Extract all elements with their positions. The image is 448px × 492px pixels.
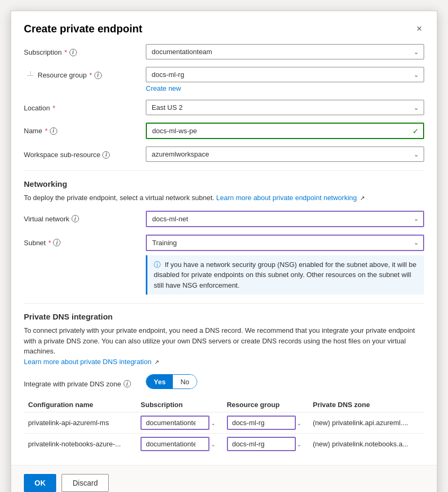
- name-row: Name * i ✓: [24, 123, 424, 139]
- virtual-network-info-icon[interactable]: i: [72, 215, 79, 222]
- integrate-dns-info-icon[interactable]: i: [124, 380, 131, 387]
- resource-group-select-wrapper-2: docs-ml-rg ⌄: [227, 437, 304, 451]
- subnet-select-wrapper: Training ⌄: [146, 235, 424, 251]
- integrate-dns-row: Integrate with private DNS zone i Yes No: [24, 374, 424, 389]
- toggle-container: Yes No: [146, 374, 424, 389]
- table-resource-group-chevron-2: ⌄: [297, 441, 301, 447]
- networking-description: To deploy the private endpoint, select a…: [24, 193, 424, 203]
- networking-heading: Networking: [24, 179, 424, 188]
- toggle-no[interactable]: No: [173, 375, 197, 389]
- subscription-select[interactable]: documentationteam: [146, 44, 424, 59]
- name-input[interactable]: [146, 123, 424, 139]
- location-control: East US 2 ⌄: [146, 100, 424, 115]
- virtual-network-select[interactable]: docs-ml-net: [146, 211, 424, 227]
- nsg-info-icon: ⓘ: [154, 261, 161, 269]
- subnet-select[interactable]: Training: [146, 235, 424, 251]
- integrate-dns-label: Integrate with private DNS zone: [24, 380, 121, 388]
- col-dns-zone: Private DNS zone: [309, 398, 424, 412]
- table-subscription-chevron-2: ⌄: [211, 441, 215, 447]
- subscription-cell-1: documentationteam ⌄: [136, 412, 222, 434]
- resource-group-select-wrapper-1: docs-ml-rg ⌄: [227, 416, 304, 430]
- dialog-body: Subscription * i documentationteam ⌄: [11, 44, 437, 465]
- integrate-dns-label-col: Integrate with private DNS zone i: [24, 376, 146, 388]
- toggle-yes[interactable]: Yes: [146, 375, 173, 389]
- resource-group-cell-1: docs-ml-rg ⌄: [223, 412, 309, 434]
- table-subscription-chevron-1: ⌄: [211, 420, 215, 426]
- close-button[interactable]: ×: [414, 22, 424, 36]
- table-row: privatelink-notebooks-azure-... document…: [24, 434, 424, 455]
- subscription-info-icon[interactable]: i: [69, 49, 77, 56]
- subscription-select-wrapper-1: documentationteam ⌄: [140, 416, 218, 430]
- dns-table-header-row: Configuration name Subscription Resource…: [24, 398, 424, 412]
- yes-no-toggle[interactable]: Yes No: [146, 374, 197, 389]
- dialog-title: Create private endpoint: [24, 23, 142, 35]
- resource-group-select-wrapper: docs-ml-rg ⌄: [146, 67, 424, 82]
- dialog-footer: OK Discard: [11, 465, 437, 492]
- networking-learn-more-link[interactable]: Learn more about private endpoint networ…: [216, 194, 357, 202]
- table-resource-group-select-2[interactable]: docs-ml-rg: [227, 437, 296, 451]
- nsg-notice: ⓘ If you have a network security group (…: [146, 255, 424, 295]
- config-name-2: privatelink-notebooks-azure-...: [24, 434, 136, 455]
- subnet-control: Training ⌄ ⓘ If you have a network secur…: [146, 235, 424, 295]
- dns-zone-cell-1: (new) privatelink.api.azureml....: [309, 412, 424, 434]
- workspace-sub-resource-info-icon[interactable]: i: [102, 151, 110, 159]
- private-dns-heading: Private DNS integration: [24, 312, 424, 321]
- col-subscription: Subscription: [136, 398, 222, 412]
- name-info-icon[interactable]: i: [50, 127, 57, 135]
- subscription-row: Subscription * i documentationteam ⌄: [24, 44, 424, 59]
- create-new-link[interactable]: Create new: [146, 84, 181, 92]
- location-label-col: Location *: [24, 100, 146, 112]
- workspace-sub-resource-label-col: Workspace sub-resource i: [24, 146, 146, 159]
- dns-table-head: Configuration name Subscription Resource…: [24, 398, 424, 412]
- name-input-wrapper: ✓: [146, 123, 424, 139]
- virtual-network-label: Virtual network: [24, 215, 69, 223]
- table-subscription-select-2[interactable]: documentationteam: [140, 437, 209, 451]
- networking-section: Networking To deploy the private endpoin…: [24, 179, 424, 203]
- name-label-col: Name * i: [24, 123, 146, 135]
- resource-group-row: Resource group * i docs-ml-rg ⌄ Create n…: [24, 67, 424, 92]
- workspace-sub-resource-select[interactable]: azuremlworkspace: [146, 146, 424, 162]
- col-config-name: Configuration name: [24, 398, 136, 412]
- subscription-required: *: [65, 48, 67, 56]
- workspace-sub-resource-label: Workspace sub-resource: [24, 151, 100, 159]
- col-resource-group: Resource group: [223, 398, 309, 412]
- dialog-header: Create private endpoint ×: [11, 11, 437, 44]
- create-private-endpoint-dialog: Create private endpoint × Subscription *…: [11, 11, 437, 492]
- location-row: Location * East US 2 ⌄: [24, 100, 424, 115]
- subnet-label: Subnet: [24, 239, 46, 247]
- resource-group-required: *: [90, 71, 92, 79]
- private-dns-section: Private DNS integration To connect priva…: [24, 312, 424, 367]
- dns-divider: [24, 303, 424, 304]
- resource-group-cell-2: docs-ml-rg ⌄: [223, 434, 309, 455]
- location-select-wrapper: East US 2 ⌄: [146, 100, 424, 115]
- table-resource-group-select-1[interactable]: docs-ml-rg: [227, 416, 296, 430]
- name-valid-icon: ✓: [412, 127, 419, 135]
- name-control: ✓: [146, 123, 424, 139]
- config-name-1: privatelink-api-azureml-ms: [24, 412, 136, 434]
- ok-button[interactable]: OK: [24, 474, 56, 492]
- subnet-info-icon[interactable]: i: [53, 239, 60, 246]
- subscription-label: Subscription: [24, 48, 62, 56]
- subnet-required: *: [48, 239, 51, 247]
- resource-group-select[interactable]: docs-ml-rg: [146, 67, 424, 82]
- discard-button[interactable]: Discard: [62, 474, 109, 492]
- dns-zone-cell-2: (new) privatelink.notebooks.a...: [309, 434, 424, 455]
- subscription-cell-2: documentationteam ⌄: [136, 434, 222, 455]
- table-row: privatelink-api-azureml-ms documentation…: [24, 412, 424, 434]
- integrate-dns-control: Yes No: [146, 374, 424, 389]
- table-subscription-select-1[interactable]: documentationteam: [140, 416, 209, 430]
- table-resource-group-chevron-1: ⌄: [297, 420, 301, 426]
- resource-group-control: docs-ml-rg ⌄ Create new: [146, 67, 424, 92]
- private-dns-desc-text: To connect privately with your private e…: [24, 326, 415, 355]
- subscription-control: documentationteam ⌄: [146, 44, 424, 59]
- nsg-notice-text: If you have a network security group (NS…: [154, 261, 416, 289]
- virtual-network-row: Virtual network i docs-ml-net ⌄: [24, 211, 424, 227]
- subscription-select-wrapper-2: documentationteam ⌄: [140, 437, 218, 451]
- dns-learn-more-link[interactable]: Learn more about private DNS integration: [24, 358, 152, 366]
- dns-external-icon: ↗: [154, 358, 159, 367]
- name-required: *: [45, 127, 48, 135]
- workspace-sub-resource-select-wrapper: azuremlworkspace ⌄: [146, 146, 424, 162]
- resource-group-info-icon[interactable]: i: [94, 72, 102, 79]
- location-select[interactable]: East US 2: [146, 100, 424, 115]
- name-label: Name: [24, 127, 42, 135]
